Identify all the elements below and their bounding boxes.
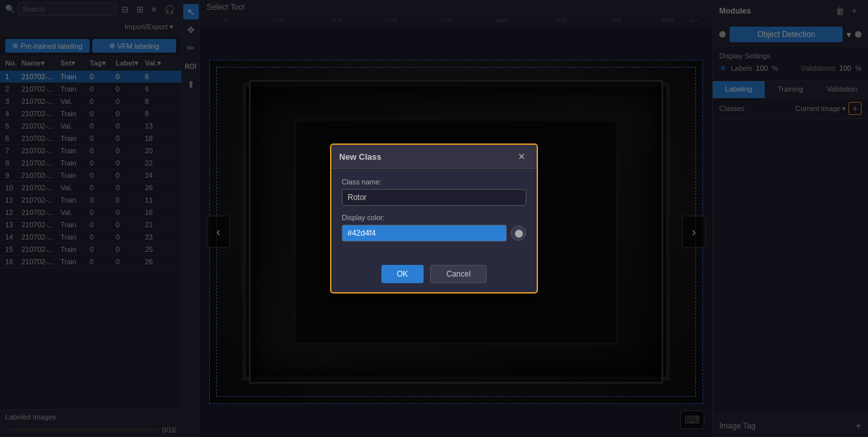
class-name-input[interactable] [342,189,526,206]
modal-header: New Class ✕ [331,145,537,169]
color-picker-button[interactable]: ⬤ [511,225,526,241]
cancel-button[interactable]: Cancel [430,265,487,283]
modal-close-button[interactable]: ✕ [515,150,529,163]
modal-body: Class name: Display color: ⬤ [331,169,537,258]
class-name-group: Class name: [342,178,526,206]
class-name-label: Class name: [342,178,526,186]
new-class-modal: New Class ✕ Class name: Display color: ⬤… [330,144,538,293]
modal-title: New Class [339,152,515,162]
modal-footer: OK Cancel [331,258,537,292]
display-color-label: Display color: [342,214,526,221]
color-input[interactable] [342,225,507,242]
modal-overlay[interactable]: New Class ✕ Class name: Display color: ⬤… [0,0,868,437]
display-color-group: Display color: ⬤ [342,214,526,242]
ok-button[interactable]: OK [381,265,424,283]
color-input-row: ⬤ [342,225,526,242]
